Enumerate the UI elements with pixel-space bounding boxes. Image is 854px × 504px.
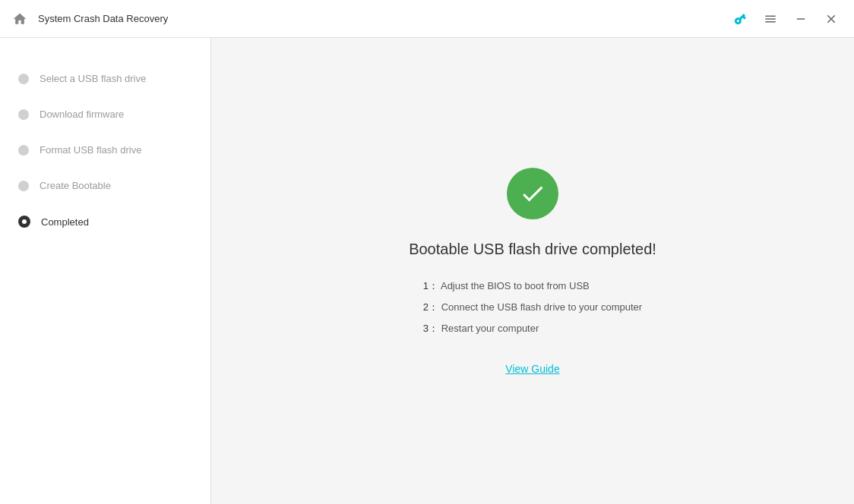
step-dot-1 [18, 74, 29, 84]
sidebar-item-format-usb[interactable]: Format USB flash drive [0, 132, 210, 168]
instruction-1: 1： Adjust the BIOS to boot from USB [423, 279, 642, 293]
instruction-text-2: Connect the USB flash drive to your comp… [441, 301, 642, 313]
instruction-text-3: Restart your computer [441, 323, 539, 334]
sidebar-label-select-usb: Select a USB flash drive [40, 73, 146, 84]
app-title: System Crash Data Recovery [38, 13, 726, 24]
minimize-button[interactable] [787, 5, 814, 33]
instruction-num-1: 1： [423, 280, 438, 291]
close-button[interactable] [818, 5, 845, 33]
step-dot-5 [18, 216, 30, 228]
window-controls [726, 5, 845, 33]
sidebar-item-select-usb[interactable]: Select a USB flash drive [0, 61, 210, 96]
success-icon [507, 168, 558, 219]
menu-button[interactable] [757, 5, 784, 33]
titlebar: System Crash Data Recovery [0, 0, 854, 38]
sidebar-item-completed[interactable]: Completed [0, 203, 210, 240]
sidebar-label-download-firmware: Download firmware [40, 109, 124, 120]
sidebar-label-completed: Completed [41, 216, 89, 228]
step-dot-4 [18, 181, 29, 191]
sidebar-item-download-firmware[interactable]: Download firmware [0, 96, 210, 132]
completion-title: Bootable USB flash drive completed! [409, 241, 656, 258]
sidebar-label-format-usb: Format USB flash drive [40, 144, 141, 156]
step-dot-3 [18, 145, 29, 156]
instruction-num-2: 2： [423, 301, 438, 313]
home-icon[interactable] [9, 8, 30, 30]
key-button[interactable] [726, 5, 754, 33]
sidebar-item-create-bootable[interactable]: Create Bootable [0, 168, 210, 203]
instruction-3: 3： Restart your computer [423, 322, 642, 335]
instructions-list: 1： Adjust the BIOS to boot from USB 2： C… [423, 279, 642, 335]
sidebar-label-create-bootable: Create Bootable [40, 180, 111, 191]
instruction-num-3: 3： [423, 323, 438, 334]
instruction-2: 2： Connect the USB flash drive to your c… [423, 301, 642, 314]
step-dot-2 [18, 109, 29, 120]
view-guide-button[interactable]: View Guide [505, 363, 559, 375]
instruction-text-1: Adjust the BIOS to boot from USB [441, 280, 590, 291]
app-body: Select a USB flash drive Download firmwa… [0, 38, 854, 504]
sidebar: Select a USB flash drive Download firmwa… [0, 38, 211, 504]
main-content: Bootable USB flash drive completed! 1： A… [211, 38, 854, 504]
